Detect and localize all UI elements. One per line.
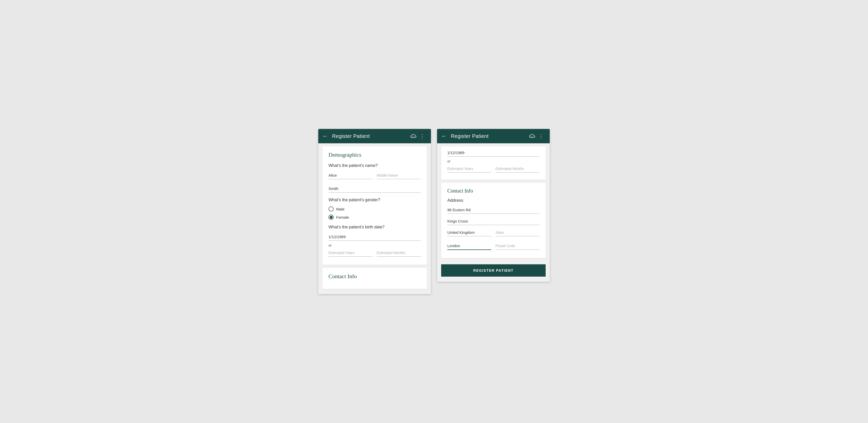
- estimated-years-input[interactable]: [329, 249, 373, 257]
- screen2-content: or Contact Info Address: [437, 143, 550, 282]
- demographics-title: Demographics: [329, 151, 421, 158]
- gender-section: What's the patient's gender? Male Female: [329, 198, 421, 220]
- gender-male-option[interactable]: Male: [329, 206, 421, 212]
- estimated-row: [329, 249, 421, 259]
- middle-name-group: [377, 172, 421, 179]
- first-name-input[interactable]: [329, 172, 373, 179]
- middle-name-input[interactable]: [377, 172, 421, 179]
- estimated-months-group: [377, 249, 421, 257]
- estimated-row-2: [447, 165, 539, 175]
- estimated-months-input[interactable]: [377, 249, 421, 257]
- first-name-group: [329, 172, 373, 179]
- estimated-years-group: [329, 249, 373, 257]
- female-radio-label: Female: [336, 215, 349, 220]
- birth-date-question: What's the patient's birth date?: [329, 225, 421, 229]
- screen1-content: Demographics What's the patient's name? …: [318, 143, 431, 294]
- state-field-group: [495, 229, 539, 236]
- postal-field-group: [495, 243, 539, 250]
- menu-button-1[interactable]: ⋮: [417, 131, 427, 141]
- gender-question: What's the patient's gender?: [329, 198, 421, 202]
- screen-2: ← Register Patient ⋮ or: [437, 129, 550, 282]
- screen-1: ← Register Patient ⋮ Demographics What's…: [318, 129, 431, 294]
- street-input[interactable]: [447, 207, 539, 214]
- app-title-1: Register Patient: [332, 133, 410, 139]
- city-line2-input[interactable]: [447, 218, 539, 225]
- city-field-group: [447, 243, 491, 250]
- birth-date-top-card: or: [441, 146, 546, 180]
- country-field-group: [447, 229, 491, 236]
- back-button-1[interactable]: ←: [322, 133, 328, 139]
- address-fields: [447, 207, 539, 252]
- cloud-icon-2: [529, 134, 535, 138]
- app-bar-2: ← Register Patient ⋮: [437, 129, 550, 143]
- address-label: Address: [447, 198, 539, 203]
- city-line2-field-group: [447, 218, 539, 225]
- city-postal-row: [447, 243, 539, 252]
- register-patient-button[interactable]: REGISTER PATIENT: [441, 264, 546, 277]
- contact-info-partial-title: Contact Info: [329, 273, 421, 280]
- postal-input[interactable]: [495, 243, 539, 250]
- contact-info-card: Contact Info Address: [441, 183, 546, 258]
- female-radio-inner: [330, 216, 333, 219]
- female-radio-outer: [329, 215, 334, 220]
- birth-date-top-group: [447, 149, 539, 157]
- gender-female-option[interactable]: Female: [329, 215, 421, 220]
- male-radio-outer: [329, 206, 334, 212]
- last-name-input[interactable]: [329, 185, 421, 193]
- country-input[interactable]: [447, 229, 491, 236]
- back-button-2[interactable]: ←: [441, 133, 447, 139]
- country-state-row: [447, 229, 539, 238]
- or-label: or: [329, 243, 421, 247]
- street-field-group: [447, 207, 539, 214]
- state-input[interactable]: [495, 229, 539, 236]
- or-label-2: or: [447, 159, 539, 163]
- birth-date-group: [329, 233, 421, 241]
- estimated-years-group-2: [447, 165, 491, 172]
- cloud-icon-1: [410, 134, 416, 138]
- contact-info-partial: Contact Info: [322, 268, 427, 289]
- contact-info-title: Contact Info: [447, 188, 539, 194]
- estimated-months-input-2[interactable]: [495, 165, 539, 172]
- menu-button-2[interactable]: ⋮: [536, 131, 546, 141]
- app-bar-1: ← Register Patient ⋮: [318, 129, 431, 143]
- estimated-months-group-2: [495, 165, 539, 172]
- name-question: What's the patient's name?: [329, 163, 421, 168]
- birth-date-section: What's the patient's birth date? or: [329, 225, 421, 259]
- birth-date-top-input[interactable]: [447, 149, 539, 157]
- city-input[interactable]: [447, 243, 491, 250]
- male-radio-label: Male: [336, 207, 345, 211]
- last-name-group: [329, 185, 421, 193]
- demographics-card: Demographics What's the patient's name? …: [322, 146, 427, 265]
- birth-date-input[interactable]: [329, 233, 421, 241]
- screens-wrapper: ← Register Patient ⋮ Demographics What's…: [318, 129, 550, 294]
- app-title-2: Register Patient: [451, 133, 529, 139]
- estimated-years-input-2[interactable]: [447, 165, 491, 172]
- name-row: [329, 172, 421, 181]
